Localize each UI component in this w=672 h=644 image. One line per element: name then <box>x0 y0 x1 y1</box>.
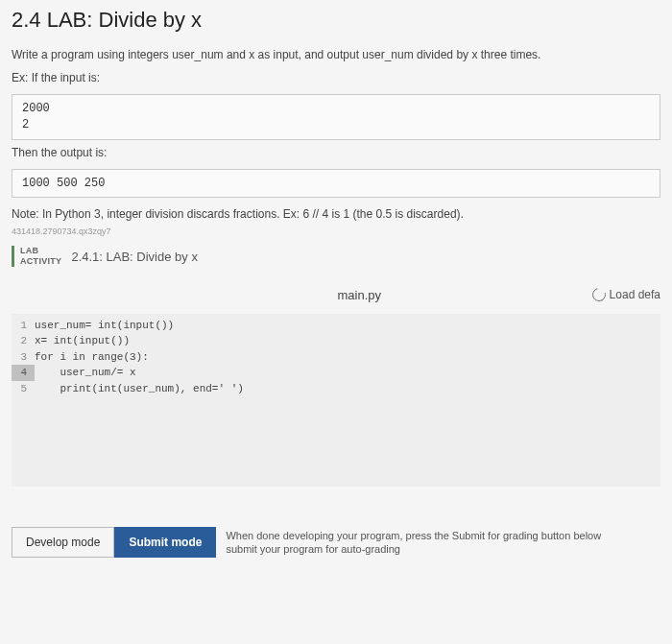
submit-mode-button[interactable]: Submit mode <box>114 527 216 558</box>
submit-instructions-line1: When done developing your program, press… <box>226 529 601 542</box>
lab-description: Write a program using integers user_num … <box>0 44 672 69</box>
submit-instructions: When done developing your program, press… <box>226 529 601 557</box>
example-input-box: 2000 2 <box>12 94 660 140</box>
editor-header: main.py Load defa <box>0 273 672 314</box>
code-text[interactable]: print(int(user_num), end=' ') <box>35 381 244 397</box>
load-default-button[interactable]: Load defa <box>592 288 660 301</box>
lab-activity-title: 2.4.1: LAB: Divide by x <box>71 250 198 264</box>
code-line: 2 x= int(input()) <box>12 333 660 349</box>
code-line: 5 print(int(user_num), end=' ') <box>12 381 660 397</box>
code-text[interactable]: user_num/= x <box>35 365 136 381</box>
code-line: 1 user_num= int(input()) <box>12 318 660 334</box>
submit-instructions-line2: submit your program for auto-grading <box>226 542 601 556</box>
code-line: 3 for i in range(3): <box>12 349 660 366</box>
page-title: 2.4 LAB: Divide by x <box>0 0 672 44</box>
code-editor[interactable]: 1 user_num= int(input()) 2 x= int(input(… <box>12 314 660 487</box>
gutter-number: 4 <box>12 365 35 381</box>
gutter-number: 5 <box>12 381 35 397</box>
lab-activity-label: LAB ACTIVITY <box>12 246 61 267</box>
code-text[interactable]: user_num= int(input()) <box>35 318 174 334</box>
gutter-number: 3 <box>12 349 35 366</box>
filename-label: main.py <box>127 288 592 302</box>
example-input-label: Ex: If the input is: <box>0 69 672 90</box>
code-text[interactable]: x= int(input()) <box>35 333 130 349</box>
code-text[interactable]: for i in range(3): <box>35 349 149 366</box>
gutter-number: 1 <box>12 318 35 334</box>
load-default-label: Load defa <box>610 288 660 301</box>
develop-mode-button[interactable]: Develop mode <box>12 527 114 558</box>
example-output-box: 1000 500 250 <box>12 169 660 199</box>
code-line: 4 user_num/= x <box>12 365 660 381</box>
activity-id: 431418.2790734.qx3zqy7 <box>0 225 672 238</box>
reload-icon <box>589 286 608 304</box>
lab-label-line2: ACTIVITY <box>20 256 61 267</box>
lab-activity-header: LAB ACTIVITY 2.4.1: LAB: Divide by x <box>12 246 660 267</box>
note-text: Note: In Python 3, integer division disc… <box>0 202 672 225</box>
gutter-number: 2 <box>12 333 35 349</box>
example-output-label: Then the output is: <box>0 144 672 165</box>
lab-label-line1: LAB <box>20 246 61 256</box>
mode-toolbar: Develop mode Submit mode When done devel… <box>12 515 660 558</box>
